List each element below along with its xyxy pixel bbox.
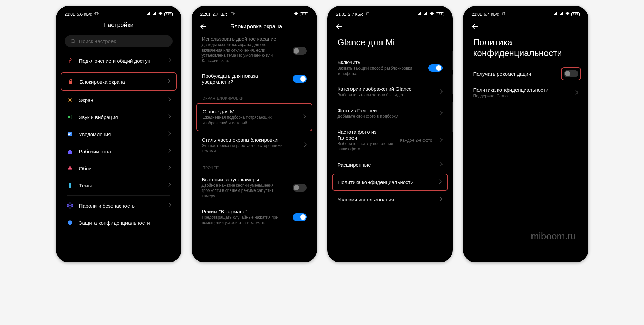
page-title: Блокировка экрана bbox=[212, 23, 310, 30]
share-icon bbox=[66, 57, 74, 65]
item-label: Пароли и безопасность bbox=[79, 203, 163, 209]
back-button[interactable] bbox=[335, 22, 344, 31]
battery-icon: 112 bbox=[436, 12, 444, 16]
back-button[interactable] bbox=[199, 22, 208, 31]
item-label: Получать рекомендации bbox=[473, 71, 558, 77]
wifi-icon bbox=[429, 12, 434, 17]
signal-icon bbox=[281, 12, 286, 17]
search-icon bbox=[70, 39, 76, 44]
section-header: ПРОЧЕЕ bbox=[196, 159, 312, 172]
signal-icon bbox=[146, 12, 150, 17]
setting-wake-notifications[interactable]: Пробуждать для показа уведомлений bbox=[196, 68, 312, 89]
side-button bbox=[588, 102, 588, 132]
toggle[interactable] bbox=[293, 75, 307, 83]
svg-point-23 bbox=[69, 168, 71, 169]
setting-enable[interactable]: Включить Захватывающий способ разблокиро… bbox=[332, 55, 448, 81]
svg-line-14 bbox=[71, 102, 72, 102]
settings-item-home[interactable]: Рабочий стол bbox=[61, 143, 177, 160]
chevron-right-icon bbox=[439, 179, 442, 185]
back-button[interactable] bbox=[470, 22, 479, 31]
search-input[interactable]: Поиск настроек bbox=[65, 35, 173, 47]
item-description: Выберите, что вы хотели бы видеть bbox=[338, 93, 434, 98]
svg-rect-7 bbox=[69, 81, 72, 84]
svg-rect-17 bbox=[68, 132, 72, 136]
item-label: Использовать двойное касание bbox=[202, 36, 287, 42]
svg-rect-31 bbox=[367, 12, 369, 15]
signal-icon bbox=[417, 12, 422, 17]
setting-terms[interactable]: Условия использования bbox=[332, 192, 448, 208]
item-label: Темы bbox=[79, 183, 163, 188]
status-time: 21:01 bbox=[65, 12, 75, 17]
setting-advanced[interactable]: Расширенные bbox=[332, 157, 448, 173]
item-label: Условия использования bbox=[338, 197, 434, 202]
status-speed: 2,7 КБ/с bbox=[213, 12, 228, 17]
svg-line-6 bbox=[74, 42, 75, 43]
setting-double-tap[interactable]: Использовать двойное касание Дважды косн… bbox=[196, 33, 312, 68]
settings-item-connectivity[interactable]: Подключение и общий доступ bbox=[61, 52, 177, 69]
svg-point-5 bbox=[71, 39, 74, 43]
sun-icon bbox=[66, 96, 74, 104]
setting-privacy-policy[interactable]: Политика конфиденциальности bbox=[332, 174, 448, 191]
setting-categories[interactable]: Категории изображений Glance Выберите, ч… bbox=[332, 81, 448, 103]
side-button bbox=[317, 51, 317, 70]
chevron-right-icon bbox=[168, 148, 171, 154]
wifi-icon bbox=[158, 12, 163, 17]
settings-item-security[interactable]: Пароли и безопасность bbox=[61, 197, 177, 214]
item-label: Политика конфиденциальности bbox=[473, 87, 570, 93]
setting-quick-camera[interactable]: Быстрый запуск камеры Двойное нажатие кн… bbox=[196, 172, 312, 204]
settings-item-lockscreen[interactable]: Блокировка экрана bbox=[61, 72, 177, 91]
setting-privacy-link[interactable]: Политика конфиденциальности Поддержка: G… bbox=[468, 82, 584, 104]
chevron-right-icon bbox=[303, 114, 306, 120]
setting-pocket-mode[interactable]: Режим "В кармане" Предотвращать случайны… bbox=[196, 204, 312, 230]
vibrate-icon bbox=[501, 12, 506, 17]
setting-glance[interactable]: Glance для Mi Ежедневная подборка потряс… bbox=[196, 103, 312, 131]
setting-clock-style[interactable]: Стиль часов экрана блокировки Эта настро… bbox=[196, 132, 312, 159]
item-description: Двойное нажатие кнопки уменьшения громко… bbox=[202, 183, 287, 199]
battery-icon: 112 bbox=[300, 12, 308, 16]
flower-icon bbox=[66, 165, 74, 172]
item-label: Звук и вибрация bbox=[79, 114, 163, 120]
status-speed: 6,4 КБ/с bbox=[484, 12, 499, 17]
toggle[interactable] bbox=[293, 213, 307, 221]
separator bbox=[67, 195, 170, 196]
toggle[interactable] bbox=[564, 70, 578, 77]
signal-icon bbox=[152, 12, 156, 17]
phone-frame-3: 21:01 2,7 КБ/с 112 Glance для Mi Включит… bbox=[327, 6, 453, 262]
settings-item-wallpaper[interactable]: Обои bbox=[61, 160, 177, 177]
item-label: Расширенные bbox=[338, 162, 434, 168]
page-title: Glance для Mi bbox=[330, 33, 450, 55]
item-label: Стиль часов экрана блокировки bbox=[202, 137, 299, 143]
item-description: Эта настройка не работает со сторонними … bbox=[202, 143, 299, 154]
settings-item-privacy[interactable]: Защита конфиденциальности bbox=[61, 214, 177, 231]
vibrate-icon bbox=[94, 12, 99, 17]
settings-item-notifications[interactable]: Уведомления bbox=[61, 126, 177, 143]
item-description: Выберите частоту появления ваших фото. bbox=[338, 141, 395, 152]
item-label: Быстрый запуск камеры bbox=[202, 176, 287, 182]
settings-item-sound[interactable]: Звук и вибрация bbox=[61, 109, 177, 126]
settings-item-display[interactable]: Экран bbox=[61, 91, 177, 109]
setting-recommendations[interactable]: Получать рекомендации bbox=[468, 65, 584, 82]
item-label: Экран bbox=[79, 97, 163, 103]
highlight-box bbox=[561, 67, 581, 80]
svg-rect-18 bbox=[68, 133, 71, 134]
toggle[interactable] bbox=[293, 184, 307, 192]
item-description: Захватывающий способ разблокировки телеф… bbox=[338, 66, 423, 76]
item-description: Дважды коснитесь экрана для его включени… bbox=[202, 42, 287, 63]
settings-item-themes[interactable]: Темы bbox=[61, 177, 177, 194]
svg-line-13 bbox=[68, 98, 69, 99]
chevron-right-icon bbox=[304, 142, 307, 149]
svg-rect-28 bbox=[231, 12, 233, 15]
wifi-icon bbox=[565, 12, 570, 17]
toggle[interactable] bbox=[428, 64, 443, 72]
chevron-right-icon bbox=[168, 79, 170, 85]
chevron-right-icon bbox=[440, 162, 443, 168]
page-title: Настройки bbox=[59, 18, 179, 33]
toggle[interactable] bbox=[293, 47, 307, 55]
setting-gallery-photos[interactable]: Фото из Галереи Добавьте свои фото в под… bbox=[332, 103, 448, 124]
battery-icon: 112 bbox=[571, 12, 579, 16]
svg-rect-19 bbox=[68, 134, 70, 135]
status-bar: 21:01 6,4 КБ/с 112 bbox=[466, 9, 586, 18]
side-button bbox=[317, 74, 317, 94]
brush-icon bbox=[66, 182, 74, 189]
setting-frequency[interactable]: Частота фото из Галереи Выберите частоту… bbox=[332, 124, 448, 157]
